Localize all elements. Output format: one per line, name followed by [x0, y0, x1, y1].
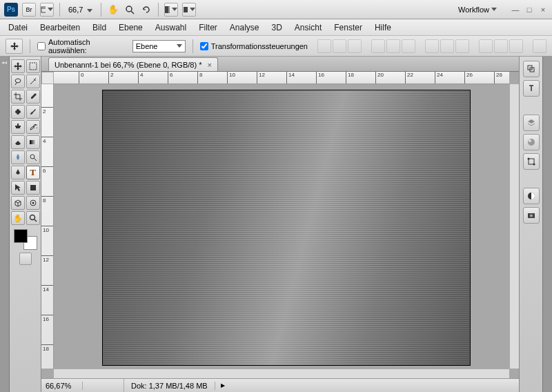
menu-filter[interactable]: Filter — [199, 23, 217, 32]
color-swatches[interactable] — [14, 229, 37, 250]
zoom-tool-button[interactable] — [124, 3, 136, 16]
canvas-scroll-area[interactable] — [54, 84, 509, 369]
align-left-button[interactable] — [371, 39, 385, 53]
eyedropper-tool[interactable] — [26, 90, 40, 104]
adjustments-panel-button[interactable] — [523, 188, 540, 204]
hand-tool-button[interactable]: ✋ — [107, 3, 119, 16]
quick-mask-button[interactable] — [19, 253, 32, 265]
clone-stamp-tool[interactable] — [11, 120, 25, 134]
menu-datei[interactable]: Datei — [8, 23, 28, 32]
close-tab-icon[interactable]: × — [207, 61, 211, 69]
bridge-button[interactable]: Br — [22, 3, 36, 17]
transform-controls-checkbox[interactable]: Transformationssteuerungen — [200, 42, 308, 50]
channels-panel-button[interactable] — [523, 134, 540, 150]
brush-tool[interactable] — [26, 105, 40, 119]
path-selection-tool[interactable] — [11, 181, 25, 195]
align-top-button[interactable] — [317, 39, 331, 53]
distribute-bottom-button[interactable] — [455, 39, 469, 53]
restore-button[interactable]: □ — [524, 5, 534, 14]
distribute-vcenter-button[interactable] — [440, 39, 454, 53]
menu-fenster[interactable]: Fenster — [334, 23, 362, 32]
menu-ebene[interactable]: Ebene — [119, 23, 143, 32]
svg-rect-0 — [41, 7, 46, 12]
hand-tool[interactable]: ✋ — [11, 211, 25, 225]
align-hcenter-button[interactable] — [386, 39, 400, 53]
rotate-view-button[interactable] — [140, 3, 152, 16]
distribute-right-button[interactable] — [509, 39, 523, 53]
align-right-button[interactable] — [402, 39, 415, 53]
blur-tool[interactable] — [11, 150, 25, 164]
menu-3d[interactable]: 3D — [272, 23, 282, 32]
auto-select-input[interactable] — [37, 42, 46, 50]
transform-controls-input[interactable] — [200, 42, 208, 50]
align-bottom-button[interactable] — [348, 39, 362, 53]
auto-select-target-dropdown[interactable]: Ebene — [132, 40, 186, 52]
panel-icon-button[interactable] — [523, 80, 540, 97]
eraser-tool[interactable] — [11, 135, 25, 149]
ruler-tick: 16 — [41, 315, 54, 322]
type-tool[interactable]: T — [26, 166, 40, 179]
close-button[interactable]: × — [538, 5, 548, 14]
screen-mode-button[interactable] — [40, 3, 54, 17]
menu-bild[interactable]: Bild — [92, 23, 106, 32]
shape-tool[interactable] — [26, 181, 40, 195]
vertical-scrollbar[interactable] — [509, 84, 519, 369]
camera-icon — [526, 210, 536, 220]
left-dock-gutter[interactable]: ◂◂ — [0, 57, 10, 392]
healing-brush-tool[interactable] — [11, 105, 25, 119]
auto-select-checkbox[interactable]: Automatisch auswählen: — [37, 38, 127, 55]
ruler-tick: 14 — [286, 72, 295, 84]
distribute-hcenter-button[interactable] — [494, 39, 508, 53]
layers-icon — [526, 118, 536, 128]
menu-auswahl[interactable]: Auswahl — [155, 23, 186, 32]
distribute-top-button[interactable] — [425, 39, 439, 53]
ruler-tick: 10 — [41, 226, 54, 233]
document-canvas[interactable] — [102, 90, 471, 366]
document-tab[interactable]: Unbenannt-1 bei 66,7% (Ebene 0, RGB/8) *… — [48, 57, 218, 71]
horizontal-ruler[interactable]: 024681012141618202224262830 — [54, 72, 509, 84]
lasso-tool[interactable] — [11, 75, 25, 88]
status-zoom-field[interactable]: 66,67% — [41, 382, 83, 390]
move-tool[interactable] — [11, 59, 25, 73]
menu-ansicht[interactable]: Ansicht — [295, 23, 322, 32]
workspace-switcher[interactable]: Workflow — [454, 4, 501, 15]
crop-tool[interactable] — [11, 90, 25, 104]
gradient-tool[interactable] — [26, 135, 40, 149]
marquee-tool[interactable] — [26, 59, 40, 73]
panel-icon-button[interactable] — [523, 61, 540, 77]
magic-wand-tool[interactable] — [26, 75, 40, 88]
menu-analyse[interactable]: Analyse — [230, 23, 259, 32]
arrange-docs-button[interactable] — [164, 3, 178, 17]
align-vcenter-button[interactable] — [333, 39, 346, 53]
dodge-tool[interactable] — [26, 150, 40, 164]
chevron-down-icon — [172, 8, 177, 11]
svg-point-26 — [530, 215, 533, 217]
screen-layout-button[interactable] — [182, 3, 196, 17]
zoom-level-field[interactable]: 66,7 — [66, 6, 95, 14]
layers-panel-button[interactable] — [523, 115, 540, 131]
document-area: Unbenannt-1 bei 66,7% (Ebene 0, RGB/8) *… — [41, 57, 519, 392]
right-dock-gutter[interactable] — [542, 57, 552, 392]
minimize-button[interactable]: — — [511, 5, 520, 14]
separator — [101, 3, 101, 17]
vertical-ruler[interactable]: 024681012141618 — [41, 84, 54, 369]
3d-tool[interactable] — [11, 196, 25, 210]
current-tool-indicator[interactable] — [6, 39, 23, 54]
masks-panel-button[interactable] — [523, 207, 540, 224]
tool-grid: T ✋ — [11, 59, 40, 225]
horizontal-scrollbar[interactable] — [54, 369, 509, 378]
svg-point-2 — [126, 6, 132, 12]
pen-tool[interactable] — [11, 166, 25, 179]
auto-align-button[interactable] — [533, 39, 546, 53]
menu-bearbeiten[interactable]: Bearbeiten — [40, 23, 80, 32]
ruler-origin[interactable] — [41, 72, 54, 84]
3d-camera-tool[interactable] — [26, 196, 40, 210]
zoom-tool[interactable] — [26, 211, 40, 225]
paths-panel-button[interactable] — [523, 153, 540, 170]
status-doc-info[interactable]: Dok: 1,37 MB/1,48 MB — [124, 382, 215, 390]
foreground-color-swatch[interactable] — [14, 229, 28, 243]
menu-hilfe[interactable]: Hilfe — [375, 23, 391, 32]
distribute-left-button[interactable] — [479, 39, 493, 53]
status-menu-arrow[interactable]: ▶ — [215, 382, 230, 389]
history-brush-tool[interactable] — [26, 120, 40, 134]
